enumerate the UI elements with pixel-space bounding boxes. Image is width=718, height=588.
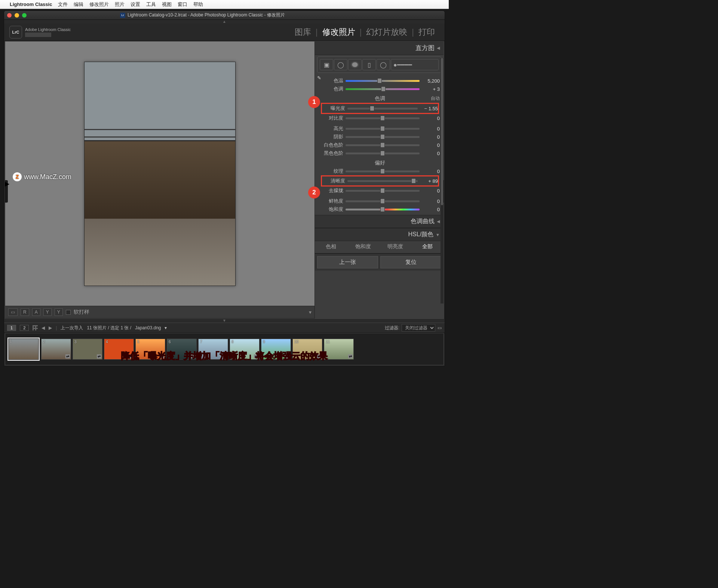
softproof-checkbox[interactable] (66, 310, 71, 315)
identity-subtext (25, 33, 51, 37)
panel-collapse-bottom[interactable]: ▼ (4, 319, 445, 323)
spot-tool[interactable]: ◯ (334, 59, 347, 70)
filmstrip-header: 1 2 ◀ ▶ | 上一次导入 11 张照片 / 选定 1 张 / Japan0… (4, 323, 445, 333)
module-slideshow[interactable]: 幻灯片放映 (362, 27, 412, 38)
window-titlebar: Lr Lightroom Catalog-v10-2.lrcat - Adobe… (4, 11, 445, 20)
module-picker: 图库 | 修改照片 | 幻灯片放映 | 打印 (290, 27, 439, 38)
lrc-badge: LrC (9, 26, 22, 39)
grid-view-icon[interactable] (33, 325, 38, 330)
slider-texture[interactable]: 纹理 0 (320, 167, 440, 175)
radial-tool[interactable]: ◯ (377, 59, 390, 70)
monitor-tab-1[interactable]: 1 (7, 325, 16, 331)
hsl-tab-sat[interactable]: 饱和度 (347, 243, 379, 250)
brush-tool[interactable]: ●━━━━ (391, 59, 439, 70)
module-library[interactable]: 图库 (290, 27, 316, 38)
tool-strip: ▣ ◯ ▯ ◯ ●━━━━ (317, 56, 441, 73)
filter-select[interactable]: 关闭过滤器 (402, 324, 435, 332)
slider-vibrance[interactable]: 鲜艳度 0 (320, 197, 440, 205)
before-after-y2[interactable]: Y (55, 308, 63, 316)
slider-shadows[interactable]: 阴影 0 (320, 133, 440, 141)
thumb-5[interactable]: 5⇄ (135, 339, 165, 360)
menu-tools[interactable]: 工具 (146, 1, 156, 8)
thumb-1[interactable]: 1 (7, 338, 40, 361)
slider-blacks[interactable]: 黑色色阶 0 (320, 149, 440, 157)
exposure-highlight: 曝光度 − 1.55 (321, 103, 439, 114)
zoom-icon[interactable] (22, 13, 27, 18)
toolbar-menu-icon[interactable]: ▾ (309, 309, 312, 315)
macos-menubar: Lightroom Classic 文件 编辑 修改照片 照片 设置 工具 视图… (0, 0, 449, 9)
thumb-7[interactable]: 7⇄ (198, 339, 228, 360)
menu-help[interactable]: 帮助 (193, 1, 203, 8)
thumb-6[interactable]: 6⇄ (167, 339, 197, 360)
prev-photo-button[interactable]: 上一张 (317, 256, 378, 268)
app-name[interactable]: Lightroom Classic (10, 1, 52, 7)
grad-tool[interactable]: ▯ (362, 59, 376, 70)
menu-settings[interactable]: 设置 (131, 1, 140, 8)
menu-photo[interactable]: 照片 (115, 1, 125, 8)
develop-right-panel: ▶ 直方图 ◀ ▣ ◯ ▯ ◯ ●━━━━ ✎ 色温 5,200 (314, 41, 444, 318)
hsl-tab-hue[interactable]: 色相 (315, 243, 347, 250)
hsl-tab-all[interactable]: 全部 (411, 243, 444, 250)
thumb-4[interactable]: 4⇄ (104, 339, 134, 360)
thumb-8[interactable]: 8⇄ (230, 339, 260, 360)
histogram-label: 直方图 (415, 44, 435, 52)
monitor-tab-2[interactable]: 2 (20, 325, 29, 331)
presence-section-header: 偏好 (320, 160, 440, 166)
slider-highlights[interactable]: 高光 0 (320, 124, 440, 133)
tone-curve-header[interactable]: 色调曲线◀ (315, 215, 444, 228)
identity-bar: LrC Adobe Lightroom Classic 图库 | 修改照片 | … (4, 24, 445, 41)
minimize-icon[interactable] (15, 13, 19, 18)
slider-dehaze[interactable]: 去朦胧 0 (320, 187, 440, 195)
reset-button[interactable]: 复位 (380, 256, 441, 268)
before-after-a[interactable]: A (32, 308, 40, 316)
module-print[interactable]: 打印 (414, 27, 439, 38)
menu-view[interactable]: 视图 (162, 1, 172, 8)
nav-back-icon[interactable]: ◀ (42, 325, 45, 330)
panel-collapse-top[interactable]: ▲ (4, 20, 445, 24)
hsl-header[interactable]: HSL/颜色▼ (315, 228, 444, 241)
slider-tint[interactable]: 色调 + 3 (320, 85, 440, 93)
redeye-tool[interactable] (348, 59, 362, 70)
eyedropper-icon[interactable]: ✎ (317, 75, 321, 81)
photo-canvas[interactable]: Z www.MacZ.com (5, 41, 314, 306)
annotation-badge-2: 2 (308, 187, 320, 198)
thumb-11[interactable]: 11⇄ (324, 339, 354, 360)
nav-fwd-icon[interactable]: ▶ (49, 325, 52, 330)
slider-saturation[interactable]: 饱和度 0 (320, 205, 440, 213)
filter-lock-icon[interactable]: ▭ (438, 325, 442, 330)
thumb-2[interactable]: 2⇄ (41, 339, 71, 360)
thumb-9[interactable]: 9⇄ (261, 339, 291, 360)
loupe-view-button[interactable]: ▭ (8, 308, 18, 316)
filmstrip-context[interactable]: 上一次导入 (61, 325, 83, 331)
before-after-r[interactable]: R (21, 308, 29, 316)
slider-contrast[interactable]: 对比度 0 (320, 114, 440, 122)
lrc-window-icon: Lr (120, 13, 125, 18)
menu-develop[interactable]: 修改照片 (89, 1, 109, 8)
before-after-y1[interactable]: Y (43, 308, 52, 316)
identity-text: Adobe Lightroom Classic (25, 27, 71, 32)
slider-temp[interactable]: 色温 5,200 (320, 77, 440, 85)
thumb-10[interactable]: 10⇄ (292, 339, 322, 360)
window-title: Lightroom Catalog-v10-2.lrcat - Adobe Ph… (128, 12, 285, 18)
filmstrip[interactable]: 1 2⇄ 3⇄ 4⇄ 5⇄ 6⇄ 7⇄ 8⇄ 9⇄ 10⇄ 11⇄ 降低「曝光度… (5, 333, 444, 365)
hsl-tabs: 色相 饱和度 明亮度 全部 (315, 241, 444, 253)
slider-exposure[interactable]: 曝光度 − 1.55 (322, 104, 438, 113)
filename-dropdown-icon[interactable]: ▾ (165, 325, 167, 330)
auto-tone-button[interactable]: 自动 (431, 95, 440, 102)
menu-window[interactable]: 窗口 (178, 1, 187, 8)
softproof-label: 软打样 (74, 309, 89, 315)
histogram-header[interactable]: 直方图 ◀ (315, 41, 444, 55)
thumb-3[interactable]: 3⇄ (73, 339, 102, 360)
hsl-tab-lum[interactable]: 明亮度 (379, 243, 411, 250)
module-develop[interactable]: 修改照片 (318, 27, 360, 38)
menu-edit[interactable]: 编辑 (74, 1, 83, 8)
crop-tool[interactable]: ▣ (320, 59, 333, 70)
canvas-toolbar: ▭ R A Y Y 软打样 ▾ (5, 306, 314, 318)
close-icon[interactable] (7, 13, 12, 18)
app-window: Lr Lightroom Catalog-v10-2.lrcat - Adobe… (4, 10, 445, 366)
menu-file[interactable]: 文件 (58, 1, 68, 8)
slider-clarity[interactable]: 清晰度 + 89 (322, 177, 438, 185)
chevron-left-icon: ◀ (437, 46, 440, 50)
slider-whites[interactable]: 白色色阶 0 (320, 141, 440, 149)
watermark-icon: Z (13, 172, 22, 181)
